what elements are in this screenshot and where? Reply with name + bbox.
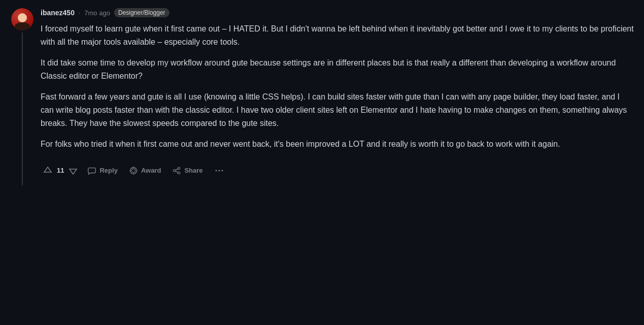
reply-label: Reply xyxy=(99,167,117,174)
share-label: Share xyxy=(184,167,202,174)
svg-point-1 xyxy=(131,169,135,172)
avatar xyxy=(11,8,33,30)
svg-point-6 xyxy=(218,170,220,171)
comment-header: ibanez450 · 7mo ago Designer/Blogger xyxy=(41,8,634,17)
vote-count: 11 xyxy=(57,167,64,174)
svg-point-0 xyxy=(130,167,137,174)
award-label: Award xyxy=(141,167,161,174)
avatar-image xyxy=(11,8,33,30)
timestamp: 7mo ago xyxy=(84,9,110,17)
comment-body: I forced myself to learn gute when it fi… xyxy=(41,22,634,151)
more-options-button[interactable] xyxy=(210,164,228,178)
downvote-button[interactable] xyxy=(66,164,80,178)
flair-badge: Designer/Blogger xyxy=(114,8,170,17)
paragraph-4: For folks who tried it when it first cam… xyxy=(41,138,634,151)
svg-point-5 xyxy=(215,170,217,171)
left-column xyxy=(10,8,35,185)
upvote-button[interactable] xyxy=(41,164,55,178)
right-column: ibanez450 · 7mo ago Designer/Blogger I f… xyxy=(41,8,634,185)
dot-separator: · xyxy=(79,9,80,16)
vote-section: 11 xyxy=(41,164,80,178)
reply-button[interactable]: Reply xyxy=(83,163,121,178)
svg-point-4 xyxy=(174,170,176,172)
thread-line xyxy=(22,32,23,185)
username[interactable]: ibanez450 xyxy=(41,9,75,17)
comment-actions: 11 Reply xyxy=(41,158,634,185)
comment-container: ibanez450 · 7mo ago Designer/Blogger I f… xyxy=(0,0,644,185)
paragraph-2: It did take some time to develop my work… xyxy=(41,56,634,82)
paragraph-1: I forced myself to learn gute when it fi… xyxy=(41,22,634,48)
svg-point-7 xyxy=(221,170,223,171)
share-button[interactable]: Share xyxy=(168,163,207,178)
award-button[interactable]: Award xyxy=(125,163,165,178)
paragraph-3: Fast forward a few years and gute is all… xyxy=(41,90,634,129)
